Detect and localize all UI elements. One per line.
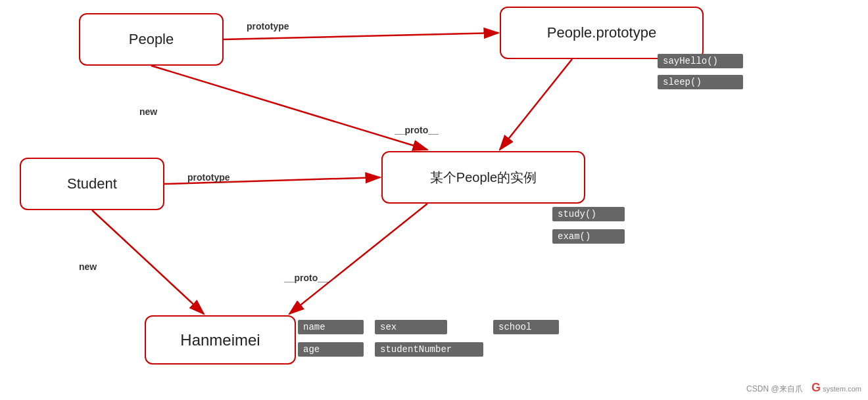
- age-tag: age: [298, 342, 364, 357]
- g-logo: G: [811, 381, 821, 394]
- svg-line-6: [289, 204, 427, 314]
- prototype1-label: prototype: [247, 21, 289, 32]
- svg-line-1: [224, 33, 498, 39]
- people-prototype-label: People.prototype: [547, 24, 656, 41]
- watermark: CSDN @来自爪 G system.com: [746, 381, 861, 395]
- hanmeimei-node: Hanmeimei: [145, 315, 296, 365]
- study-tag: study(): [552, 207, 625, 221]
- some-people-label: 某个People的实例: [430, 169, 537, 187]
- people-prototype-node: People.prototype: [500, 7, 704, 59]
- svg-line-3: [500, 59, 572, 150]
- svg-line-2: [151, 66, 427, 150]
- sex-tag: sex: [375, 320, 447, 334]
- student-label: Student: [67, 175, 117, 192]
- hanmeimei-label: Hanmeimei: [180, 331, 260, 349]
- sayhello-tag: sayHello(): [658, 54, 743, 68]
- svg-line-5: [92, 210, 204, 314]
- new1-label: new: [139, 106, 157, 117]
- people-label: People: [129, 31, 174, 48]
- school-tag: school: [493, 320, 559, 334]
- sleep-tag: sleep(): [658, 75, 743, 89]
- people-node: People: [79, 13, 224, 66]
- new2-label: new: [79, 261, 97, 272]
- some-people-node: 某个People的实例: [381, 151, 585, 204]
- proto2-label: __proto__: [284, 273, 328, 283]
- proto1-label: __proto__: [395, 125, 439, 135]
- prototype2-label: prototype: [187, 172, 230, 183]
- name-tag: name: [298, 320, 364, 334]
- exam-tag: exam(): [552, 229, 625, 244]
- student-number-tag: studentNumber: [375, 342, 483, 357]
- student-node: Student: [20, 158, 164, 210]
